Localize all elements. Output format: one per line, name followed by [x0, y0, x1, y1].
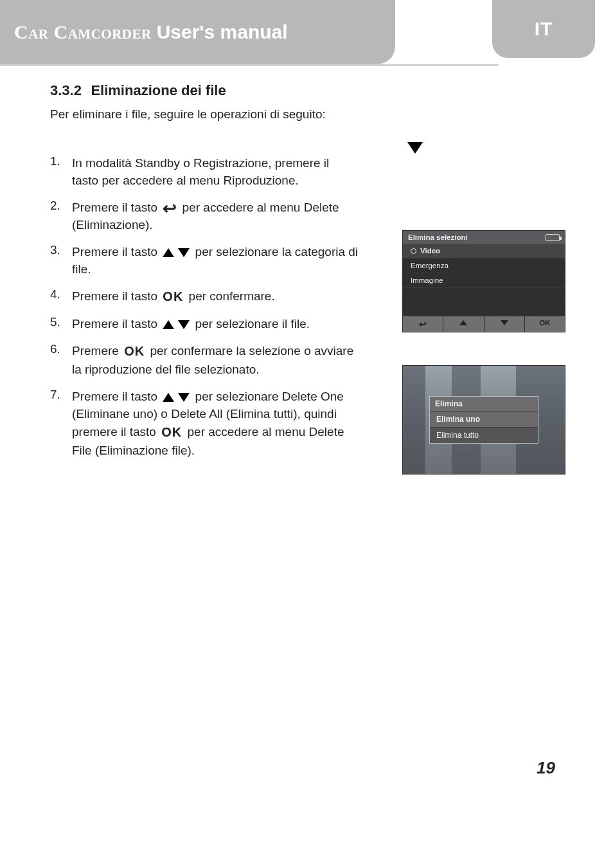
page-number: 19 — [537, 758, 555, 778]
popup-title: Elimina — [430, 397, 538, 411]
step-number: 1. — [50, 154, 72, 168]
screenshot1-footer: ↩ OK — [403, 316, 565, 332]
title-strong: Car Camcorder — [14, 21, 152, 43]
step-number: 4. — [50, 287, 72, 302]
step-text: In modalità Standby o Registrazione, pre… — [72, 154, 359, 190]
popup-row: Elimina tutto — [430, 427, 538, 443]
device-screenshot-2: Elimina Elimina uno Elimina tutto — [402, 365, 565, 475]
step-number: 5. — [50, 315, 72, 329]
step-number: 2. — [50, 199, 72, 213]
step-text: Premere il tasto ↩ per accedere al menu … — [72, 199, 359, 234]
screenshot1-row: Immagine — [403, 273, 565, 288]
step-number: 7. — [50, 388, 72, 402]
ok-icon: OK — [163, 287, 183, 306]
section-title: Eliminazione dei file — [91, 82, 226, 98]
triangle-down-icon — [178, 248, 190, 257]
screenshot1-row — [403, 288, 565, 302]
delete-popup: Elimina Elimina uno Elimina tutto — [429, 396, 538, 444]
step-text: Premere il tasto OK per confermare. — [72, 287, 359, 306]
triangle-down-icon — [178, 393, 190, 402]
device-screenshot-1: Elimina selezioni Video Emergenza Immagi… — [402, 230, 565, 332]
triangle-up-icon — [163, 320, 174, 329]
section-number: 3.3.2 — [50, 82, 82, 98]
ok-icon: OK — [124, 342, 145, 361]
screenshot1-row — [403, 302, 565, 316]
page-header: Car Camcorder User's manual IT — [0, 0, 613, 64]
return-icon: ↩ — [163, 203, 177, 214]
ok-icon: OK — [161, 423, 182, 442]
screenshot1-row: Video — [403, 244, 565, 258]
title-light: User's manual — [157, 21, 288, 43]
step-number: 6. — [50, 342, 72, 356]
triangle-down-icon — [178, 320, 190, 329]
triangle-up-icon — [443, 316, 484, 332]
step-number: 3. — [50, 243, 72, 257]
triangle-up-icon — [163, 393, 174, 402]
triangle-down-icon — [484, 316, 525, 332]
screenshot1-title: Elimina selezioni — [408, 233, 468, 241]
step-text: Premere il tasto per selezionare la cate… — [72, 243, 359, 278]
language-tab: IT — [492, 0, 595, 58]
popup-row: Elimina uno — [430, 411, 538, 427]
step-text: Premere il tasto per selezionare il file… — [72, 315, 359, 333]
header-divider — [0, 64, 499, 66]
triangle-up-icon — [163, 248, 174, 257]
section-heading: 3.3.2 Eliminazione dei file — [50, 82, 559, 99]
title-bar: Car Camcorder User's manual — [0, 0, 395, 64]
intro-text: Per eliminare i file, seguire le operazi… — [50, 105, 559, 123]
triangle-down-icon — [407, 142, 423, 154]
battery-icon — [546, 234, 560, 241]
step-text: Premere OK per confermare la selezione o… — [72, 342, 359, 379]
screenshot1-row: Emergenza — [403, 258, 565, 273]
ok-label: OK — [525, 316, 565, 332]
return-icon: ↩ — [403, 316, 443, 332]
step-text: Premere il tasto per selezionare Delete … — [72, 388, 359, 460]
